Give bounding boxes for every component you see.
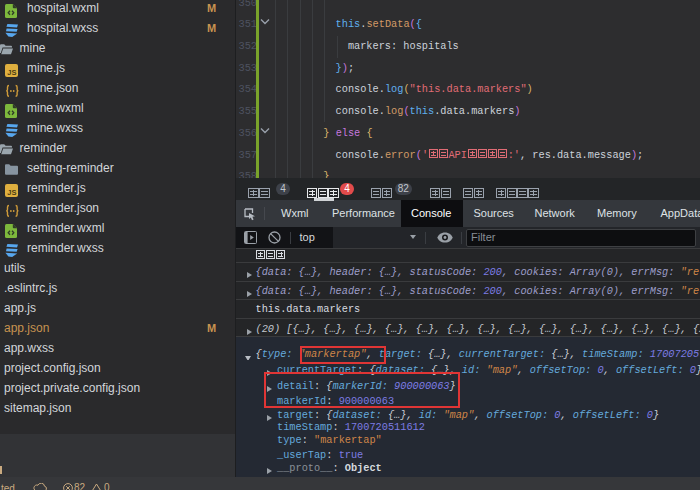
svg-text:JS: JS [7,68,16,77]
svg-text:JS: JS [7,188,16,197]
